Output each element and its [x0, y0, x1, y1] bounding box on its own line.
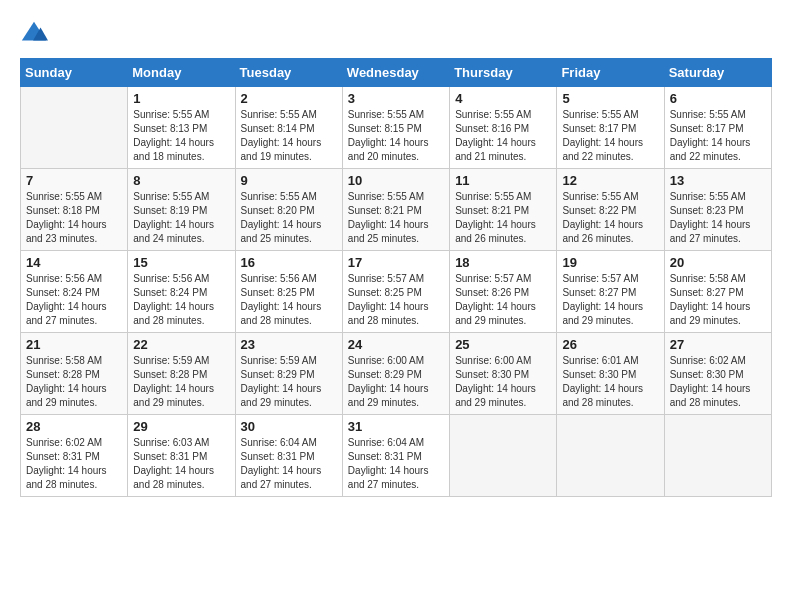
day-info: Sunrise: 5:56 AM Sunset: 8:24 PM Dayligh…: [26, 272, 122, 328]
page-container: Sunday Monday Tuesday Wednesday Thursday…: [20, 20, 772, 497]
calendar-cell: 4Sunrise: 5:55 AM Sunset: 8:16 PM Daylig…: [450, 87, 557, 169]
day-number: 14: [26, 255, 122, 270]
calendar-header: Sunday Monday Tuesday Wednesday Thursday…: [21, 59, 772, 87]
day-info: Sunrise: 5:59 AM Sunset: 8:29 PM Dayligh…: [241, 354, 337, 410]
day-number: 10: [348, 173, 444, 188]
day-info: Sunrise: 5:58 AM Sunset: 8:28 PM Dayligh…: [26, 354, 122, 410]
calendar-week-row: 7Sunrise: 5:55 AM Sunset: 8:18 PM Daylig…: [21, 169, 772, 251]
day-number: 2: [241, 91, 337, 106]
calendar-cell: 18Sunrise: 5:57 AM Sunset: 8:26 PM Dayli…: [450, 251, 557, 333]
calendar-cell: 5Sunrise: 5:55 AM Sunset: 8:17 PM Daylig…: [557, 87, 664, 169]
header-wednesday: Wednesday: [342, 59, 449, 87]
header-thursday: Thursday: [450, 59, 557, 87]
calendar-cell: 15Sunrise: 5:56 AM Sunset: 8:24 PM Dayli…: [128, 251, 235, 333]
day-number: 17: [348, 255, 444, 270]
calendar-table: Sunday Monday Tuesday Wednesday Thursday…: [20, 58, 772, 497]
day-info: Sunrise: 5:55 AM Sunset: 8:14 PM Dayligh…: [241, 108, 337, 164]
day-number: 26: [562, 337, 658, 352]
calendar-cell: 29Sunrise: 6:03 AM Sunset: 8:31 PM Dayli…: [128, 415, 235, 497]
day-number: 5: [562, 91, 658, 106]
day-number: 7: [26, 173, 122, 188]
day-number: 1: [133, 91, 229, 106]
calendar-week-row: 21Sunrise: 5:58 AM Sunset: 8:28 PM Dayli…: [21, 333, 772, 415]
calendar-cell: [557, 415, 664, 497]
day-number: 25: [455, 337, 551, 352]
day-number: 23: [241, 337, 337, 352]
day-info: Sunrise: 6:03 AM Sunset: 8:31 PM Dayligh…: [133, 436, 229, 492]
day-info: Sunrise: 5:55 AM Sunset: 8:22 PM Dayligh…: [562, 190, 658, 246]
day-number: 4: [455, 91, 551, 106]
calendar-cell: 13Sunrise: 5:55 AM Sunset: 8:23 PM Dayli…: [664, 169, 771, 251]
header-saturday: Saturday: [664, 59, 771, 87]
header-tuesday: Tuesday: [235, 59, 342, 87]
calendar-cell: 14Sunrise: 5:56 AM Sunset: 8:24 PM Dayli…: [21, 251, 128, 333]
day-number: 3: [348, 91, 444, 106]
calendar-cell: 8Sunrise: 5:55 AM Sunset: 8:19 PM Daylig…: [128, 169, 235, 251]
calendar-cell: 21Sunrise: 5:58 AM Sunset: 8:28 PM Dayli…: [21, 333, 128, 415]
day-info: Sunrise: 5:58 AM Sunset: 8:27 PM Dayligh…: [670, 272, 766, 328]
day-info: Sunrise: 5:57 AM Sunset: 8:25 PM Dayligh…: [348, 272, 444, 328]
calendar-week-row: 1Sunrise: 5:55 AM Sunset: 8:13 PM Daylig…: [21, 87, 772, 169]
calendar-week-row: 14Sunrise: 5:56 AM Sunset: 8:24 PM Dayli…: [21, 251, 772, 333]
calendar-cell: [21, 87, 128, 169]
day-number: 9: [241, 173, 337, 188]
day-number: 31: [348, 419, 444, 434]
day-info: Sunrise: 5:55 AM Sunset: 8:17 PM Dayligh…: [670, 108, 766, 164]
calendar-cell: 31Sunrise: 6:04 AM Sunset: 8:31 PM Dayli…: [342, 415, 449, 497]
calendar-cell: 23Sunrise: 5:59 AM Sunset: 8:29 PM Dayli…: [235, 333, 342, 415]
day-info: Sunrise: 5:55 AM Sunset: 8:19 PM Dayligh…: [133, 190, 229, 246]
calendar-cell: 6Sunrise: 5:55 AM Sunset: 8:17 PM Daylig…: [664, 87, 771, 169]
day-number: 22: [133, 337, 229, 352]
day-number: 19: [562, 255, 658, 270]
day-info: Sunrise: 5:55 AM Sunset: 8:15 PM Dayligh…: [348, 108, 444, 164]
day-info: Sunrise: 6:00 AM Sunset: 8:30 PM Dayligh…: [455, 354, 551, 410]
calendar-cell: 28Sunrise: 6:02 AM Sunset: 8:31 PM Dayli…: [21, 415, 128, 497]
calendar-cell: 12Sunrise: 5:55 AM Sunset: 8:22 PM Dayli…: [557, 169, 664, 251]
calendar-cell: 11Sunrise: 5:55 AM Sunset: 8:21 PM Dayli…: [450, 169, 557, 251]
day-info: Sunrise: 5:55 AM Sunset: 8:16 PM Dayligh…: [455, 108, 551, 164]
day-info: Sunrise: 5:59 AM Sunset: 8:28 PM Dayligh…: [133, 354, 229, 410]
day-info: Sunrise: 5:55 AM Sunset: 8:18 PM Dayligh…: [26, 190, 122, 246]
header: [20, 20, 772, 48]
calendar-cell: 9Sunrise: 5:55 AM Sunset: 8:20 PM Daylig…: [235, 169, 342, 251]
day-info: Sunrise: 5:55 AM Sunset: 8:13 PM Dayligh…: [133, 108, 229, 164]
calendar-cell: 26Sunrise: 6:01 AM Sunset: 8:30 PM Dayli…: [557, 333, 664, 415]
logo: [20, 20, 52, 48]
header-sunday: Sunday: [21, 59, 128, 87]
calendar-cell: 24Sunrise: 6:00 AM Sunset: 8:29 PM Dayli…: [342, 333, 449, 415]
calendar-cell: 2Sunrise: 5:55 AM Sunset: 8:14 PM Daylig…: [235, 87, 342, 169]
calendar-cell: 1Sunrise: 5:55 AM Sunset: 8:13 PM Daylig…: [128, 87, 235, 169]
calendar-cell: 25Sunrise: 6:00 AM Sunset: 8:30 PM Dayli…: [450, 333, 557, 415]
calendar-cell: 16Sunrise: 5:56 AM Sunset: 8:25 PM Dayli…: [235, 251, 342, 333]
day-info: Sunrise: 6:00 AM Sunset: 8:29 PM Dayligh…: [348, 354, 444, 410]
day-info: Sunrise: 5:55 AM Sunset: 8:20 PM Dayligh…: [241, 190, 337, 246]
calendar-cell: 20Sunrise: 5:58 AM Sunset: 8:27 PM Dayli…: [664, 251, 771, 333]
calendar-cell: 17Sunrise: 5:57 AM Sunset: 8:25 PM Dayli…: [342, 251, 449, 333]
day-number: 20: [670, 255, 766, 270]
day-number: 8: [133, 173, 229, 188]
day-number: 15: [133, 255, 229, 270]
day-number: 13: [670, 173, 766, 188]
day-info: Sunrise: 6:02 AM Sunset: 8:31 PM Dayligh…: [26, 436, 122, 492]
day-info: Sunrise: 5:55 AM Sunset: 8:21 PM Dayligh…: [455, 190, 551, 246]
calendar-cell: 19Sunrise: 5:57 AM Sunset: 8:27 PM Dayli…: [557, 251, 664, 333]
day-number: 21: [26, 337, 122, 352]
day-info: Sunrise: 5:55 AM Sunset: 8:21 PM Dayligh…: [348, 190, 444, 246]
day-info: Sunrise: 6:04 AM Sunset: 8:31 PM Dayligh…: [241, 436, 337, 492]
logo-icon: [20, 20, 48, 48]
day-number: 29: [133, 419, 229, 434]
day-number: 6: [670, 91, 766, 106]
weekday-header-row: Sunday Monday Tuesday Wednesday Thursday…: [21, 59, 772, 87]
calendar-cell: 3Sunrise: 5:55 AM Sunset: 8:15 PM Daylig…: [342, 87, 449, 169]
day-number: 30: [241, 419, 337, 434]
day-number: 27: [670, 337, 766, 352]
calendar-cell: 22Sunrise: 5:59 AM Sunset: 8:28 PM Dayli…: [128, 333, 235, 415]
day-info: Sunrise: 6:02 AM Sunset: 8:30 PM Dayligh…: [670, 354, 766, 410]
day-number: 11: [455, 173, 551, 188]
day-info: Sunrise: 5:55 AM Sunset: 8:23 PM Dayligh…: [670, 190, 766, 246]
header-friday: Friday: [557, 59, 664, 87]
calendar-cell: 27Sunrise: 6:02 AM Sunset: 8:30 PM Dayli…: [664, 333, 771, 415]
day-info: Sunrise: 5:57 AM Sunset: 8:27 PM Dayligh…: [562, 272, 658, 328]
calendar-cell: 30Sunrise: 6:04 AM Sunset: 8:31 PM Dayli…: [235, 415, 342, 497]
day-number: 18: [455, 255, 551, 270]
